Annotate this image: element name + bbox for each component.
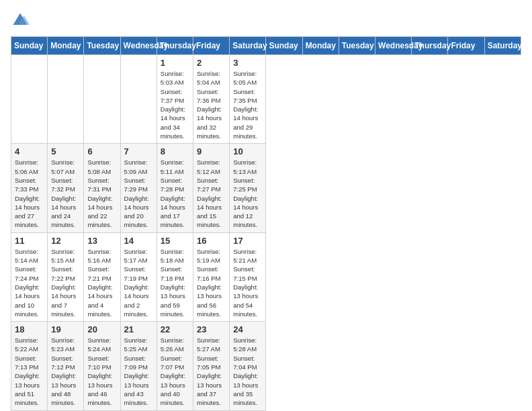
day-info: Sunrise: 5:23 AM Sunset: 7:12 PM Dayligh… xyxy=(51,336,80,407)
weekday-header: Monday xyxy=(302,37,339,55)
weekday-header: Saturday xyxy=(230,37,266,55)
calendar-day-cell: 18Sunrise: 5:22 AM Sunset: 7:13 PM Dayli… xyxy=(11,322,48,410)
day-info: Sunrise: 5:17 AM Sunset: 7:19 PM Dayligh… xyxy=(124,247,153,318)
day-info: Sunrise: 5:18 AM Sunset: 7:18 PM Dayligh… xyxy=(161,247,189,318)
day-number: 17 xyxy=(233,236,262,246)
day-number: 1 xyxy=(161,58,189,68)
calendar-day-cell: 8Sunrise: 5:11 AM Sunset: 7:28 PM Daylig… xyxy=(157,144,193,232)
day-number: 6 xyxy=(87,146,116,156)
calendar-week-row: 4Sunrise: 5:06 AM Sunset: 7:33 PM Daylig… xyxy=(11,144,521,232)
day-info: Sunrise: 5:12 AM Sunset: 7:27 PM Dayligh… xyxy=(197,158,226,229)
day-number: 5 xyxy=(51,146,80,156)
day-info: Sunrise: 5:13 AM Sunset: 7:25 PM Dayligh… xyxy=(233,158,262,229)
day-number: 15 xyxy=(161,236,189,246)
weekday-header: Sunday xyxy=(11,37,48,55)
calendar-day-cell xyxy=(120,55,157,144)
day-info: Sunrise: 5:14 AM Sunset: 7:24 PM Dayligh… xyxy=(15,247,44,318)
day-number: 3 xyxy=(233,58,262,68)
logo xyxy=(11,11,32,30)
day-number: 4 xyxy=(15,146,44,156)
calendar-day-cell: 12Sunrise: 5:15 AM Sunset: 7:22 PM Dayli… xyxy=(48,232,84,321)
calendar-day-cell: 7Sunrise: 5:09 AM Sunset: 7:29 PM Daylig… xyxy=(120,144,157,232)
day-number: 19 xyxy=(51,324,80,334)
calendar-day-cell: 13Sunrise: 5:16 AM Sunset: 7:21 PM Dayli… xyxy=(84,232,120,321)
day-info: Sunrise: 5:06 AM Sunset: 7:33 PM Dayligh… xyxy=(15,158,44,229)
day-number: 18 xyxy=(15,324,44,334)
day-number: 9 xyxy=(197,146,226,156)
calendar-day-cell: 17Sunrise: 5:21 AM Sunset: 7:15 PM Dayli… xyxy=(230,232,266,321)
day-number: 14 xyxy=(124,236,153,246)
calendar-week-row: 11Sunrise: 5:14 AM Sunset: 7:24 PM Dayli… xyxy=(11,232,521,321)
calendar-day-cell: 2Sunrise: 5:04 AM Sunset: 7:36 PM Daylig… xyxy=(193,55,230,144)
day-number: 20 xyxy=(87,324,116,334)
calendar-day-cell xyxy=(11,55,48,144)
day-number: 10 xyxy=(233,146,262,156)
weekday-header: Saturday xyxy=(484,37,521,55)
weekday-header: Tuesday xyxy=(84,37,120,55)
calendar-day-cell xyxy=(48,55,84,144)
calendar-day-cell: 15Sunrise: 5:18 AM Sunset: 7:18 PM Dayli… xyxy=(157,232,193,321)
day-info: Sunrise: 5:21 AM Sunset: 7:15 PM Dayligh… xyxy=(233,247,262,318)
calendar-day-cell: 9Sunrise: 5:12 AM Sunset: 7:27 PM Daylig… xyxy=(193,144,230,232)
weekday-header: Wednesday xyxy=(120,37,157,55)
weekday-header: Friday xyxy=(448,37,484,55)
calendar-week-row: 18Sunrise: 5:22 AM Sunset: 7:13 PM Dayli… xyxy=(11,322,521,410)
day-info: Sunrise: 5:11 AM Sunset: 7:28 PM Dayligh… xyxy=(161,158,189,229)
calendar-day-cell: 11Sunrise: 5:14 AM Sunset: 7:24 PM Dayli… xyxy=(11,232,48,321)
weekday-header: Thursday xyxy=(412,37,448,55)
day-info: Sunrise: 5:09 AM Sunset: 7:29 PM Dayligh… xyxy=(124,158,153,229)
weekday-header: Friday xyxy=(193,37,230,55)
calendar-day-cell: 1Sunrise: 5:03 AM Sunset: 7:37 PM Daylig… xyxy=(157,55,193,144)
day-info: Sunrise: 5:07 AM Sunset: 7:32 PM Dayligh… xyxy=(51,158,80,229)
calendar-header-row: SundayMondayTuesdayWednesdayThursdayFrid… xyxy=(11,37,521,55)
day-info: Sunrise: 5:16 AM Sunset: 7:21 PM Dayligh… xyxy=(87,247,116,318)
weekday-header: Tuesday xyxy=(339,37,375,55)
day-info: Sunrise: 5:25 AM Sunset: 7:09 PM Dayligh… xyxy=(124,336,153,407)
day-info: Sunrise: 5:27 AM Sunset: 7:05 PM Dayligh… xyxy=(197,336,226,407)
day-number: 22 xyxy=(161,324,189,334)
weekday-header: Monday xyxy=(48,37,84,55)
calendar-day-cell: 3Sunrise: 5:05 AM Sunset: 7:35 PM Daylig… xyxy=(230,55,266,144)
day-number: 7 xyxy=(124,146,153,156)
calendar-day-cell: 4Sunrise: 5:06 AM Sunset: 7:33 PM Daylig… xyxy=(11,144,48,232)
day-info: Sunrise: 5:22 AM Sunset: 7:13 PM Dayligh… xyxy=(15,336,44,407)
day-number: 11 xyxy=(15,236,44,246)
day-number: 8 xyxy=(161,146,189,156)
day-number: 13 xyxy=(87,236,116,246)
calendar-week-row: 1Sunrise: 5:03 AM Sunset: 7:37 PM Daylig… xyxy=(11,55,521,144)
day-info: Sunrise: 5:28 AM Sunset: 7:04 PM Dayligh… xyxy=(233,336,262,407)
calendar-day-cell xyxy=(84,55,120,144)
calendar-day-cell: 16Sunrise: 5:19 AM Sunset: 7:16 PM Dayli… xyxy=(193,232,230,321)
calendar-day-cell: 22Sunrise: 5:26 AM Sunset: 7:07 PM Dayli… xyxy=(157,322,193,410)
calendar-day-cell: 21Sunrise: 5:25 AM Sunset: 7:09 PM Dayli… xyxy=(120,322,157,410)
day-info: Sunrise: 5:04 AM Sunset: 7:36 PM Dayligh… xyxy=(197,69,226,140)
page-header xyxy=(11,11,521,30)
day-number: 12 xyxy=(51,236,80,246)
day-info: Sunrise: 5:03 AM Sunset: 7:37 PM Dayligh… xyxy=(161,69,189,140)
day-number: 21 xyxy=(124,324,153,334)
calendar-day-cell: 20Sunrise: 5:24 AM Sunset: 7:10 PM Dayli… xyxy=(84,322,120,410)
day-number: 23 xyxy=(197,324,226,334)
weekday-header: Thursday xyxy=(157,37,193,55)
calendar-table: SundayMondayTuesdayWednesdayThursdayFrid… xyxy=(11,36,521,411)
weekday-header: Wednesday xyxy=(375,37,412,55)
day-info: Sunrise: 5:08 AM Sunset: 7:31 PM Dayligh… xyxy=(87,158,116,229)
day-info: Sunrise: 5:15 AM Sunset: 7:22 PM Dayligh… xyxy=(51,247,80,318)
day-number: 16 xyxy=(197,236,226,246)
calendar-day-cell: 6Sunrise: 5:08 AM Sunset: 7:31 PM Daylig… xyxy=(84,144,120,232)
calendar-day-cell: 14Sunrise: 5:17 AM Sunset: 7:19 PM Dayli… xyxy=(120,232,157,321)
weekday-header: Sunday xyxy=(266,37,302,55)
day-number: 24 xyxy=(233,324,262,334)
day-info: Sunrise: 5:05 AM Sunset: 7:35 PM Dayligh… xyxy=(233,69,262,140)
calendar-day-cell: 5Sunrise: 5:07 AM Sunset: 7:32 PM Daylig… xyxy=(48,144,84,232)
day-number: 2 xyxy=(197,58,226,68)
calendar-day-cell: 24Sunrise: 5:28 AM Sunset: 7:04 PM Dayli… xyxy=(230,322,266,410)
calendar-day-cell: 10Sunrise: 5:13 AM Sunset: 7:25 PM Dayli… xyxy=(230,144,266,232)
calendar-day-cell: 23Sunrise: 5:27 AM Sunset: 7:05 PM Dayli… xyxy=(193,322,230,410)
logo-icon xyxy=(11,11,30,30)
day-info: Sunrise: 5:24 AM Sunset: 7:10 PM Dayligh… xyxy=(87,336,116,407)
calendar-day-cell: 19Sunrise: 5:23 AM Sunset: 7:12 PM Dayli… xyxy=(48,322,84,410)
day-info: Sunrise: 5:19 AM Sunset: 7:16 PM Dayligh… xyxy=(197,247,226,318)
day-info: Sunrise: 5:26 AM Sunset: 7:07 PM Dayligh… xyxy=(161,336,189,407)
